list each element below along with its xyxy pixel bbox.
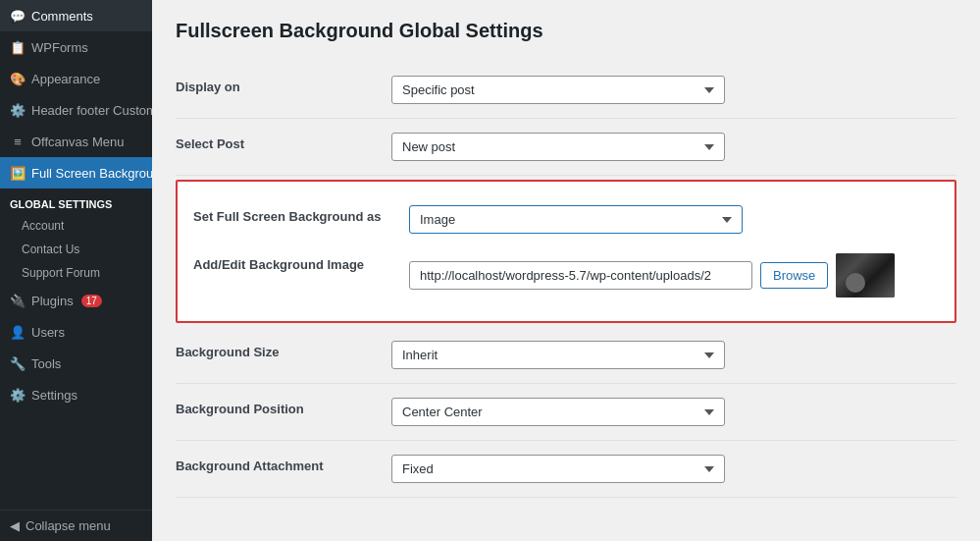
appearance-icon: 🎨 — [10, 71, 26, 86]
sidebar-item-label: Settings — [31, 388, 77, 403]
header-footer-icon: ⚙️ — [10, 102, 26, 118]
main-content: Fullscreen Background Global Settings Di… — [152, 0, 980, 541]
sidebar-item-label: Users — [31, 325, 65, 340]
bg-image-label: Add/Edit Background Image — [193, 253, 409, 272]
browse-button[interactable]: Browse — [760, 262, 828, 289]
sidebar-item-label: Header footer Custom Html — [31, 103, 152, 118]
sidebar-sub-item-account[interactable]: Account — [0, 214, 152, 238]
fullscreen-icon: 🖼️ — [10, 165, 26, 181]
highlighted-section: Set Full Screen Background as Image Vide… — [176, 180, 956, 323]
bg-attachment-label: Background Attachment — [176, 455, 391, 473]
comments-icon: 💬 — [10, 8, 26, 24]
collapse-label: Collapse menu — [26, 518, 111, 533]
plugins-icon: 🔌 — [10, 293, 26, 308]
sidebar-item-label: Full Screen Background — [31, 166, 152, 181]
bg-type-control: Image Video Color Slideshow — [409, 205, 939, 234]
account-label: Account — [22, 219, 64, 233]
display-on-row: Display on Specific post All pages Speci… — [176, 62, 956, 119]
bg-size-row: Background Size Inherit Cover Contain Au… — [176, 327, 956, 384]
bg-attachment-control: Fixed Scroll Local — [391, 455, 956, 483]
image-thumbnail — [836, 253, 895, 298]
sidebar-item-label: Tools — [31, 356, 61, 371]
page-title: Fullscreen Background Global Settings — [176, 20, 956, 42]
display-on-label: Display on — [176, 76, 391, 94]
bg-image-row: Add/Edit Background Image Browse — [193, 243, 939, 307]
bg-image-control: Browse — [409, 253, 939, 298]
select-post-label: Select Post — [176, 133, 391, 151]
bg-size-select[interactable]: Inherit Cover Contain Auto — [391, 341, 725, 369]
sidebar-item-label: Comments — [31, 9, 93, 24]
sidebar-item-wpforms[interactable]: 📋 WPForms — [0, 31, 152, 63]
select-post-row: Select Post New post Sample Page Hello W… — [176, 119, 956, 176]
sidebar-item-label: Plugins — [31, 294, 74, 308]
sidebar: 💬 Comments 📋 WPForms 🎨 Appearance ⚙️ Hea… — [0, 0, 152, 541]
bg-size-control: Inherit Cover Contain Auto — [391, 341, 956, 369]
bg-image-input[interactable] — [409, 261, 752, 290]
support-label: Support Forum — [22, 266, 100, 280]
collapse-icon: ◀ — [10, 518, 20, 533]
settings-icon: ⚙️ — [10, 387, 26, 403]
sidebar-item-label: WPForms — [31, 40, 88, 55]
bg-position-control: Center Center Top Left Top Center Top Ri… — [391, 398, 956, 426]
collapse-menu-button[interactable]: ◀ Collapse menu — [0, 510, 152, 541]
bg-attachment-row: Background Attachment Fixed Scroll Local — [176, 441, 956, 498]
plugins-badge: 17 — [81, 295, 102, 307]
sidebar-item-tools[interactable]: 🔧 Tools — [0, 348, 152, 379]
bg-type-label: Set Full Screen Background as — [193, 205, 409, 224]
sidebar-item-users[interactable]: 👤 Users — [0, 316, 152, 348]
display-on-select[interactable]: Specific post All pages Specific page Ho… — [391, 76, 725, 104]
tools-icon: 🔧 — [10, 355, 26, 371]
display-on-control: Specific post All pages Specific page Ho… — [391, 76, 956, 104]
select-post-control: New post Sample Page Hello World — [391, 133, 956, 161]
sidebar-item-label: Appearance — [31, 72, 100, 86]
bg-type-select[interactable]: Image Video Color Slideshow — [409, 205, 743, 234]
bg-position-label: Background Position — [176, 398, 391, 416]
bg-type-row: Set Full Screen Background as Image Vide… — [193, 195, 939, 243]
sidebar-sub-item-support[interactable]: Support Forum — [0, 261, 152, 285]
bg-size-label: Background Size — [176, 341, 391, 359]
sidebar-sub-item-contact[interactable]: Contact Us — [0, 238, 152, 261]
sidebar-item-fullscreen[interactable]: 🖼️ Full Screen Background — [0, 157, 152, 189]
wpforms-icon: 📋 — [10, 39, 26, 55]
sidebar-item-comments[interactable]: 💬 Comments — [0, 0, 152, 31]
sidebar-item-settings[interactable]: ⚙️ Settings — [0, 379, 152, 410]
select-post-select[interactable]: New post Sample Page Hello World — [391, 133, 725, 161]
sidebar-item-plugins[interactable]: 🔌 Plugins 17 — [0, 285, 152, 316]
bg-position-row: Background Position Center Center Top Le… — [176, 384, 956, 441]
global-settings-section: Global Settings — [0, 189, 152, 214]
contact-label: Contact Us — [22, 243, 79, 256]
sidebar-item-header-footer[interactable]: ⚙️ Header footer Custom Html — [0, 94, 152, 126]
thumbnail-image — [836, 253, 895, 298]
bg-position-select[interactable]: Center Center Top Left Top Center Top Ri… — [391, 398, 725, 426]
sidebar-item-offcanvas[interactable]: ≡ Offcanvas Menu — [0, 126, 152, 157]
bg-attachment-select[interactable]: Fixed Scroll Local — [391, 455, 725, 483]
sidebar-item-label: Offcanvas Menu — [31, 135, 124, 149]
sidebar-item-appearance[interactable]: 🎨 Appearance — [0, 63, 152, 94]
users-icon: 👤 — [10, 324, 26, 340]
offcanvas-icon: ≡ — [10, 134, 26, 149]
